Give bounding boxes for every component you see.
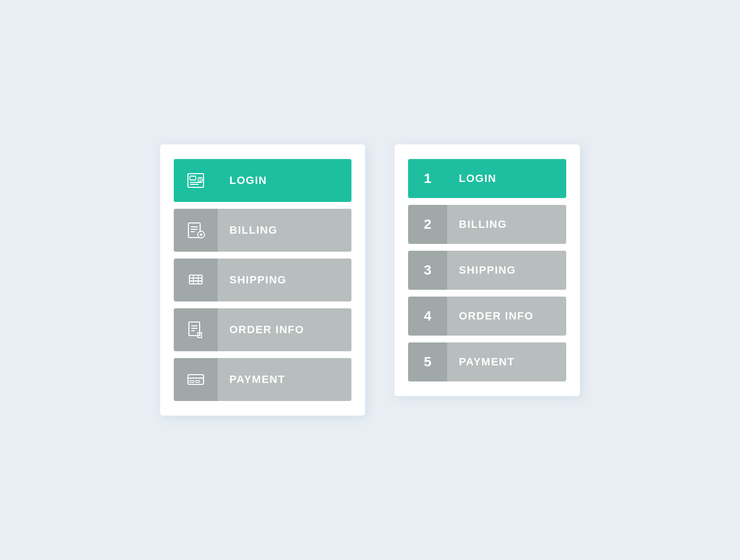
step-billing-right[interactable]: 2 BILLING [408, 205, 566, 244]
shipping-label: SHIPPING [229, 274, 287, 286]
main-container: LOGIN BILLING [131, 115, 609, 445]
billing-label-col: BILLING [218, 209, 351, 252]
order-info-icon [185, 319, 206, 340]
payment-label-col: PAYMENT [218, 358, 351, 401]
login-label-col: LOGIN [218, 159, 351, 202]
shipping-label-col: SHIPPING [218, 259, 351, 301]
payment-number: 5 [424, 354, 432, 370]
svg-rect-28 [196, 380, 200, 382]
payment-icon-col [174, 358, 218, 401]
payment-label: PAYMENT [229, 373, 285, 386]
order-info-label: ORDER INFO [229, 323, 304, 336]
login-label: LOGIN [229, 174, 267, 187]
orderinfo-icon-col [174, 308, 218, 351]
svg-rect-1 [190, 176, 196, 180]
billing-icon-col [174, 209, 218, 252]
payment-num-col: 5 [408, 342, 447, 381]
step-login-right[interactable]: 1 LOGIN [408, 159, 566, 198]
shipping-icon [185, 269, 206, 291]
shipping-right-label-col: SHIPPING [447, 251, 566, 290]
payment-right-label: PAYMENT [459, 356, 514, 368]
payment-icon [185, 369, 206, 390]
step-login-left[interactable]: LOGIN [174, 159, 351, 202]
payment-right-label-col: PAYMENT [447, 342, 566, 381]
shipping-icon-col [174, 259, 218, 301]
svg-rect-27 [190, 380, 194, 382]
orderinfo-number: 4 [424, 308, 432, 324]
order-info-right-label: ORDER INFO [459, 310, 534, 322]
orderinfo-num-col: 4 [408, 297, 447, 336]
billing-icon [185, 220, 206, 241]
shipping-num-col: 3 [408, 251, 447, 290]
right-card: 1 LOGIN 2 BILLING 3 SHIPPING [394, 144, 580, 396]
step-shipping-left[interactable]: SHIPPING [174, 259, 351, 301]
step-orderinfo-left[interactable]: ORDER INFO [174, 308, 351, 351]
login-icon-col [174, 159, 218, 202]
billing-num-col: 2 [408, 205, 447, 244]
shipping-number: 3 [424, 262, 432, 278]
login-right-label: LOGIN [459, 172, 496, 185]
orderinfo-label-col: ORDER INFO [218, 308, 351, 351]
svg-rect-13 [189, 275, 202, 284]
login-icon [185, 170, 206, 191]
step-orderinfo-right[interactable]: 4 ORDER INFO [408, 297, 566, 336]
svg-rect-25 [188, 375, 204, 384]
login-right-label-col: LOGIN [447, 159, 566, 198]
billing-number: 2 [424, 217, 432, 232]
step-shipping-right[interactable]: 3 SHIPPING [408, 251, 566, 290]
login-number: 1 [424, 171, 432, 186]
step-payment-right[interactable]: 5 PAYMENT [408, 342, 566, 381]
login-num-col: 1 [408, 159, 447, 198]
step-payment-left[interactable]: PAYMENT [174, 358, 351, 401]
step-billing-left[interactable]: BILLING [174, 209, 351, 252]
left-card: LOGIN BILLING [160, 144, 365, 416]
billing-label: BILLING [229, 224, 278, 237]
orderinfo-right-label-col: ORDER INFO [447, 297, 566, 336]
billing-right-label-col: BILLING [447, 205, 566, 244]
shipping-right-label: SHIPPING [459, 264, 516, 277]
billing-right-label: BILLING [459, 218, 507, 231]
